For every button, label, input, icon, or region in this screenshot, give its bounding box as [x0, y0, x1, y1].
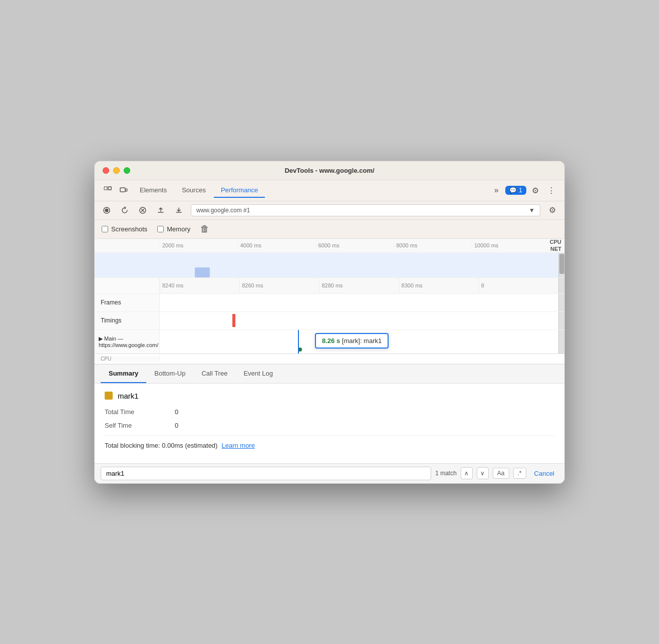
screenshots-input[interactable]	[102, 226, 108, 232]
screenshots-checkbox[interactable]: Screenshots	[102, 225, 147, 233]
screenshots-label: Screenshots	[111, 225, 147, 233]
window-title: DevTools - www.google.com/	[284, 167, 374, 174]
mark-8260: 8260 ms	[239, 278, 319, 293]
mark-name: mark1	[118, 392, 139, 400]
tab-sources[interactable]: Sources	[175, 183, 213, 198]
total-time-label: Total Time	[105, 408, 165, 416]
main-scrollbar	[558, 330, 564, 354]
scrollbar-thumb[interactable]	[559, 254, 564, 274]
tab-summary[interactable]: Summary	[101, 365, 146, 383]
mark-header: mark1	[105, 392, 554, 400]
detail-time-ruler: 8240 ms 8260 ms 8280 ms 8300 ms 8	[95, 278, 564, 294]
refresh-record-button[interactable]	[119, 204, 131, 216]
ruler-mark-8000: 8000 ms	[394, 242, 472, 248]
title-bar: DevTools - www.google.com/	[95, 161, 564, 180]
notification-badge[interactable]: 💬 1	[505, 186, 526, 195]
timeline-scrollbar[interactable]	[558, 253, 564, 277]
cpu-mini-label: CPU	[95, 356, 160, 362]
timings-label: Timings	[95, 312, 160, 330]
settings-icon[interactable]: ⚙	[528, 183, 542, 197]
tbt-row: Total blocking time: 0.00ms (estimated) …	[105, 435, 554, 455]
more-tabs-icon[interactable]: »	[489, 183, 503, 197]
net-label: NET	[550, 246, 561, 252]
search-prev-button[interactable]: ∧	[461, 467, 473, 479]
devtools-window: DevTools - www.google.com/ Elements Sour…	[94, 161, 565, 484]
mark-8300: 8300 ms	[399, 278, 479, 293]
perf-toolbar: www.google.com #1 ▼ ⚙	[95, 201, 564, 220]
url-text: www.google.com #1	[196, 207, 250, 214]
memory-checkbox[interactable]: Memory	[157, 225, 190, 233]
cpu-label: CPU	[550, 239, 561, 245]
cpu-net-labels: CPU NET	[550, 239, 564, 252]
match-count: 1 match	[435, 470, 457, 477]
frames-scrollbar	[558, 294, 564, 311]
frames-row: Frames	[95, 294, 564, 312]
perf-settings-icon[interactable]: ⚙	[546, 204, 558, 216]
upload-button[interactable]	[155, 204, 167, 216]
main-thread-row: ▶ Main — https://www.google.com/ 8.26 s …	[95, 330, 564, 354]
cancel-button[interactable]: Cancel	[530, 468, 558, 479]
mark-tooltip: 8.26 s [mark]: mark1	[315, 333, 389, 349]
tbt-text: Total blocking time: 0.00ms (estimated)	[105, 442, 217, 449]
mini-chart[interactable]	[95, 253, 564, 278]
maximize-button[interactable]	[124, 167, 130, 174]
summary-content: mark1 Total Time 0 Self Time 0 Total blo…	[95, 384, 564, 463]
mark-8240: 8240 ms	[160, 278, 239, 293]
self-time-row: Self Time 0	[105, 422, 554, 429]
timings-row: Timings	[95, 312, 564, 330]
bottom-section: Summary Bottom-Up Call Tree Event Log ma…	[95, 365, 564, 483]
main-thread-label: ▶ Main — https://www.google.com/	[95, 330, 160, 354]
mark-color-icon	[105, 392, 113, 400]
more-options-icon[interactable]: ⋮	[544, 183, 558, 197]
tab-event-log[interactable]: Event Log	[235, 365, 281, 383]
learn-more-link[interactable]: Learn more	[221, 442, 254, 449]
search-input[interactable]	[101, 467, 431, 480]
tab-performance[interactable]: Performance	[214, 183, 265, 198]
mark-8280: 8280 ms	[319, 278, 399, 293]
total-time-value: 0	[175, 408, 178, 416]
frames-content	[160, 294, 558, 311]
tab-bottom-up[interactable]: Bottom-Up	[146, 365, 193, 383]
clear-recordings-button[interactable]: 🗑	[200, 224, 209, 234]
self-time-label: Self Time	[105, 422, 165, 429]
frames-label: Frames	[95, 294, 160, 311]
regex-button[interactable]: .*	[513, 468, 526, 479]
timeline-ruler: 2000 ms 4000 ms 6000 ms 8000 ms 10000 ms…	[95, 239, 564, 253]
ruler-mark-2000: 2000 ms	[160, 242, 238, 248]
ruler-mark-10000: 10000 ms	[472, 242, 550, 248]
mini-chart-data	[195, 267, 210, 277]
memory-label: Memory	[167, 225, 190, 233]
ruler-marks: 2000 ms 4000 ms 6000 ms 8000 ms 10000 ms	[160, 242, 550, 248]
clear-button[interactable]	[137, 204, 149, 216]
tab-call-tree[interactable]: Call Tree	[193, 365, 235, 383]
tab-bar: Elements Sources Performance » 💬 1 ⚙ ⋮	[95, 180, 564, 201]
minimize-button[interactable]	[113, 167, 120, 174]
match-case-button[interactable]: Aa	[493, 468, 509, 479]
download-button[interactable]	[173, 204, 185, 216]
timing-mark-red	[232, 314, 235, 327]
analysis-tabs: Summary Bottom-Up Call Tree Event Log	[95, 365, 564, 384]
svg-rect-1	[108, 187, 111, 190]
memory-input[interactable]	[157, 226, 164, 232]
mark-8-end: 8	[479, 278, 558, 293]
tab-elements[interactable]: Elements	[133, 183, 174, 198]
ruler-left-spacer	[95, 278, 160, 293]
tooltip-text: [mark]: mark1	[342, 337, 382, 345]
timeline-cursor	[298, 330, 299, 354]
record-button[interactable]	[101, 204, 113, 216]
main-tabs: Elements Sources Performance	[133, 183, 487, 198]
svg-rect-3	[126, 189, 127, 191]
close-button[interactable]	[103, 167, 109, 174]
search-next-button[interactable]: ∨	[477, 467, 489, 479]
self-time-value: 0	[175, 422, 178, 429]
device-icon[interactable]	[117, 183, 131, 197]
tooltip-time: 8.26 s	[322, 337, 340, 345]
url-bar[interactable]: www.google.com #1 ▼	[191, 204, 540, 216]
timings-content	[160, 312, 558, 330]
main-content[interactable]: 8.26 s [mark]: mark1	[160, 330, 558, 354]
timeline-overview: 2000 ms 4000 ms 6000 ms 8000 ms 10000 ms…	[95, 239, 564, 365]
timings-scrollbar	[558, 312, 564, 330]
detail-marks: 8240 ms 8260 ms 8280 ms 8300 ms 8	[160, 278, 558, 293]
inspect-icon[interactable]	[101, 183, 115, 197]
cpu-row: CPU	[95, 354, 564, 364]
